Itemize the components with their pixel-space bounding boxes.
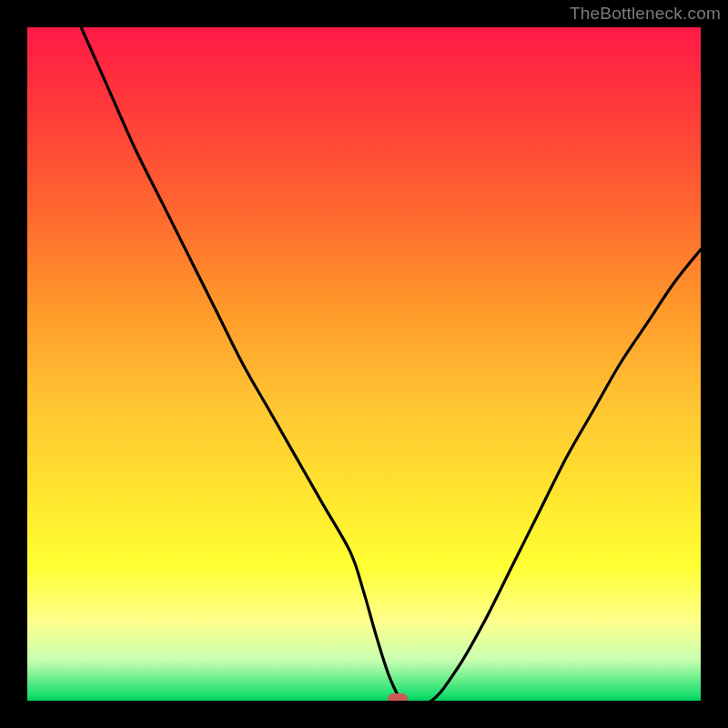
chart-frame: TheBottleneck.com	[0, 0, 728, 728]
bottleneck-curve	[27, 27, 701, 701]
plot-area	[27, 27, 701, 701]
watermark-label: TheBottleneck.com	[570, 4, 721, 24]
optimum-marker	[388, 693, 408, 701]
